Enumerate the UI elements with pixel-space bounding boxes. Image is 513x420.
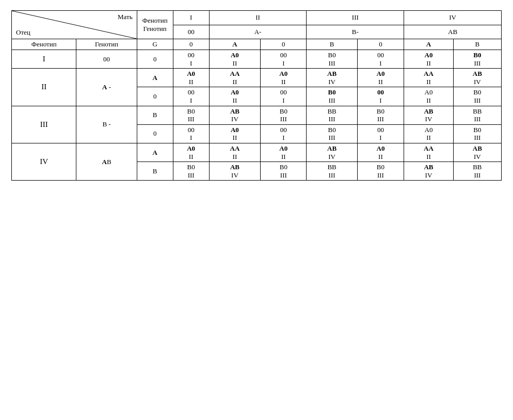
cell-IV-A-6: ABIV (453, 143, 501, 161)
sub-col-4: 0 (357, 39, 404, 50)
cell-II-A-2: A0II (261, 69, 307, 87)
cell-IV-A-5: AAII (404, 143, 454, 161)
col-fenotip-label: Фенотип (12, 39, 76, 50)
table-row-IV-A: IV AB A A0II AAII A0II ABIV A0II AAII AB… (12, 143, 502, 161)
col-g-label: G (137, 39, 173, 50)
main-table-wrapper: Мать Отец Фенотип Генотип I II III IV 00… (11, 10, 502, 181)
g-IV-A: A (137, 143, 173, 161)
table-row-I: I 00 0 00I A0II 00I B0III 00I A0II B0III (12, 50, 502, 69)
cell-II-A-6: ABIV (453, 69, 501, 87)
cell-II-0-2: 00I (261, 87, 307, 106)
g-I-val: 0 (137, 50, 173, 69)
cell-I-1: A0II (209, 50, 261, 69)
fenotip-II: II (12, 69, 76, 106)
cell-II-A-3: ABIV (307, 69, 357, 87)
cell-IV-B-6: BBIII (453, 162, 501, 181)
group-I-header: I (173, 11, 209, 25)
fenotip-I: I (12, 50, 76, 69)
cell-III-0-2: 00I (261, 124, 307, 143)
g-III-B: B (137, 106, 173, 124)
cell-I-6: B0III (453, 50, 501, 69)
cell-III-0-0: 00I (173, 124, 209, 143)
g-IV-B: B (137, 162, 173, 181)
sub-col-5: A (404, 39, 454, 50)
cell-IV-A-3: ABIV (307, 143, 357, 161)
g-II-A: A (137, 69, 173, 87)
cell-III-0-3: B0III (307, 124, 357, 143)
cell-IV-A-2: A0II (261, 143, 307, 161)
header-row-1: Мать Отец Фенотип Генотип I II III IV (12, 11, 502, 25)
sub-col-3: B (307, 39, 357, 50)
diagonal-header-cell: Мать Отец (12, 11, 137, 39)
cell-II-A-0: A0II (173, 69, 209, 87)
cell-I-4: 00I (357, 50, 404, 69)
cell-III-0-5: A0II (404, 124, 454, 143)
cell-IV-A-4: A0II (357, 143, 404, 161)
geno-IV: AB (404, 25, 502, 39)
mother-label: Мать (118, 13, 133, 21)
cell-III-B-0: B0III (173, 106, 209, 124)
genotip-I-val: 00 (76, 50, 137, 69)
cell-II-A-4: A0II (357, 69, 404, 87)
g-III-0: 0 (137, 124, 173, 143)
cell-II-0-6: B0III (453, 87, 501, 106)
sub-col-0: 0 (173, 39, 209, 50)
geno-I: 00 (173, 25, 209, 39)
genotip-II-val: A - (76, 69, 137, 106)
cell-I-5: A0II (404, 50, 454, 69)
cell-III-0-6: B0III (453, 124, 501, 143)
genotip-III-val: B - (76, 106, 137, 143)
cell-II-0-4: 00I (357, 87, 404, 106)
cell-I-3: B0III (307, 50, 357, 69)
cell-IV-B-1: ABIV (209, 162, 261, 181)
cell-III-B-6: BBIII (453, 106, 501, 124)
cell-I-2: 00I (261, 50, 307, 69)
fenotip-genotip-header: Фенотип Генотип (137, 11, 173, 39)
cell-III-B-2: B0III (261, 106, 307, 124)
sub-header-row: Фенотип Генотип G 0 A 0 B 0 A B (12, 39, 502, 50)
g-II-0: 0 (137, 87, 173, 106)
sub-col-6: B (453, 39, 501, 50)
cell-III-B-1: ABIV (209, 106, 261, 124)
fenotip-label: Фенотип (139, 17, 171, 25)
table-row-III-B: III B - B B0III ABIV B0III BBIII B0III A… (12, 106, 502, 124)
sub-col-2: 0 (261, 39, 307, 50)
cell-IV-B-2: B0III (261, 162, 307, 181)
cell-III-B-4: B0III (357, 106, 404, 124)
cell-II-A-1: AAII (209, 69, 261, 87)
table-row-II-A: II A - A A0II AAII A0II ABIV A0II AAII A… (12, 69, 502, 87)
fenotip-IV: IV (12, 143, 76, 180)
geno-III: B- (307, 25, 404, 39)
cell-II-0-3: B0III (307, 87, 357, 106)
cell-III-0-1: A0II (209, 124, 261, 143)
cell-II-0-0: 00I (173, 87, 209, 106)
fenotip-III: III (12, 106, 76, 143)
cell-I-0: 00I (173, 50, 209, 69)
cell-IV-B-0: B0III (173, 162, 209, 181)
genotip-IV-val: AB (76, 143, 137, 180)
cell-III-0-4: 00I (357, 124, 404, 143)
cell-IV-B-4: B0III (357, 162, 404, 181)
col-genotip-label: Генотип (76, 39, 137, 50)
cell-IV-B-5: ABIV (404, 162, 454, 181)
cell-II-A-5: AAII (404, 69, 454, 87)
sub-col-1: A (209, 39, 261, 50)
cell-IV-A-1: AAII (209, 143, 261, 161)
group-IV-header: IV (404, 11, 502, 25)
group-II-header: II (209, 11, 307, 25)
father-label: Отец (16, 28, 30, 37)
cell-II-0-1: A0II (209, 87, 261, 106)
genotip-label: Генотип (139, 25, 171, 33)
group-III-header: III (307, 11, 404, 25)
cell-IV-B-3: BBIII (307, 162, 357, 181)
cell-IV-A-0: A0II (173, 143, 209, 161)
blood-group-table: Мать Отец Фенотип Генотип I II III IV 00… (11, 10, 502, 181)
cell-II-0-5: A0II (404, 87, 454, 106)
cell-III-B-3: BBIII (307, 106, 357, 124)
geno-II: A- (209, 25, 307, 39)
cell-III-B-5: ABIV (404, 106, 454, 124)
